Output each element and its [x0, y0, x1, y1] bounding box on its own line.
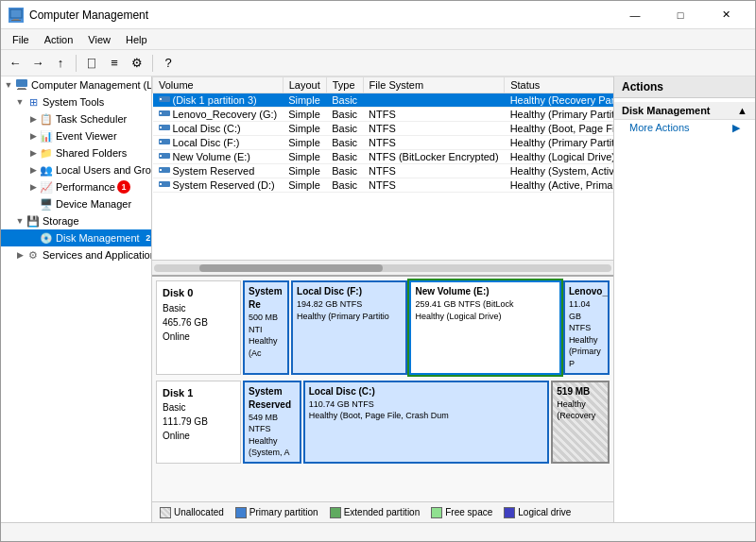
- cell-layout: Simple: [283, 178, 326, 193]
- col-status[interactable]: Status: [505, 77, 613, 93]
- d0p2-status: Healthy (Primary Partitio: [297, 311, 402, 323]
- tree-local-users[interactable]: ▶ 👥 Local Users and Groups: [1, 161, 151, 178]
- task-scheduler-label: Task Scheduler: [56, 113, 127, 125]
- tree-root[interactable]: ▼ Computer Management (Loca: [1, 76, 151, 93]
- d0p3-size: 259.41 GB NTFS (BitLock: [415, 298, 555, 311]
- cell-type: Basic: [326, 122, 363, 136]
- cell-fs: NTFS: [363, 122, 505, 136]
- disk1-status: Online: [163, 429, 234, 443]
- toolbar-back[interactable]: ←: [5, 53, 26, 74]
- col-layout[interactable]: Layout: [283, 77, 326, 93]
- title-bar: Computer Management — □ ✕: [1, 1, 755, 29]
- performance-icon: 📈: [39, 179, 54, 195]
- disk1-type: Basic: [163, 400, 234, 415]
- cell-status: Healthy (Logical Drive): [505, 150, 613, 164]
- storage-icon: 💾: [26, 213, 41, 229]
- cell-type: Basic: [326, 150, 363, 164]
- toolbar-up[interactable]: ↑: [50, 53, 71, 74]
- svg-rect-19: [160, 183, 162, 185]
- disk0-type: Basic: [163, 301, 234, 315]
- menu-file[interactable]: File: [5, 32, 37, 47]
- disk1-name: Disk 1: [163, 385, 234, 401]
- d1p3-status: Healthy (Recovery: [557, 398, 604, 422]
- table-container[interactable]: Volume Layout Type File System Status (D…: [152, 76, 613, 260]
- table-row[interactable]: System Reserved Simple Basic NTFS Health…: [153, 164, 614, 178]
- table-row[interactable]: Local Disc (F:) Simple Basic NTFS Health…: [153, 136, 614, 150]
- disk1-partitions: System Reserved 549 MB NTFS Healthy (Sys…: [243, 381, 610, 464]
- d1p2-size: 110.74 GB NTFS: [309, 398, 544, 411]
- actions-section: Disk Management ▲ More Actions ▶: [614, 98, 755, 139]
- disk0-partition4[interactable]: Lenovo_Recovery 11.04 GB NTFS Healthy (P…: [563, 280, 610, 375]
- menu-help[interactable]: Help: [118, 32, 155, 47]
- disk0-partition2[interactable]: Local Disc (F:) 194.82 GB NTFS Healthy (…: [291, 280, 407, 375]
- tree-storage[interactable]: ▼ 💾 Storage: [1, 212, 151, 229]
- actions-section-title[interactable]: Disk Management ▲: [614, 102, 755, 120]
- unallocated-swatch: [160, 507, 171, 518]
- cell-type: Basic: [326, 136, 363, 150]
- disk1-label: Disk 1 Basic 111.79 GB Online: [156, 381, 241, 464]
- table-row[interactable]: New Volume (E:) Simple Basic NTFS (BitLo…: [153, 150, 614, 164]
- cell-fs: NTFS: [363, 178, 505, 193]
- disk0-partition1[interactable]: System Re 500 MB NTI Healthy (Ac: [243, 280, 289, 375]
- cell-fs: [363, 93, 505, 108]
- cell-layout: Simple: [283, 108, 326, 122]
- menu-action[interactable]: Action: [37, 32, 81, 47]
- toolbar-forward[interactable]: →: [27, 53, 48, 74]
- scrollbar-thumb: [199, 264, 383, 272]
- action-more-label: More Actions: [629, 122, 690, 133]
- window-controls: — □ ✕: [613, 1, 747, 29]
- toolbar-show[interactable]: ⎕: [81, 53, 102, 74]
- primary-label: Primary partition: [249, 507, 318, 517]
- tree-task-scheduler[interactable]: ▶ 📋 Task Scheduler: [1, 110, 151, 127]
- d1p3-name: 519 MB: [557, 385, 604, 398]
- tree-shared-folders[interactable]: ▶ 📁 Shared Folders: [1, 144, 151, 161]
- tree-services[interactable]: ▶ ⚙ Services and Applications: [1, 246, 151, 263]
- toolbar-list[interactable]: ≡: [104, 53, 125, 74]
- close-button[interactable]: ✕: [704, 1, 747, 29]
- disk0-partition3[interactable]: New Volume (E:) 259.41 GB NTFS (BitLock …: [409, 280, 560, 375]
- system-tools-label: System Tools: [43, 96, 104, 108]
- cell-layout: Simple: [283, 164, 326, 178]
- action-more[interactable]: More Actions ▶: [614, 120, 755, 135]
- svg-rect-4: [18, 88, 26, 89]
- cell-status: Healthy (Active, Primary Partition): [505, 178, 613, 193]
- disk1-partition3[interactable]: 519 MB Healthy (Recovery: [551, 381, 610, 464]
- table-row[interactable]: (Disk 1 partition 3) Simple Basic Health…: [153, 93, 614, 108]
- col-type[interactable]: Type: [326, 77, 363, 93]
- cell-status: Healthy (Primary Partition): [505, 136, 613, 150]
- cell-volume: System Reserved (D:): [153, 178, 284, 193]
- storage-toggle: ▼: [14, 216, 26, 226]
- primary-swatch: [235, 507, 247, 518]
- toolbar-settings[interactable]: ⚙: [127, 53, 147, 74]
- table-scrollbar[interactable]: [152, 260, 613, 275]
- tree-system-tools[interactable]: ▼ ⊞ System Tools: [1, 93, 151, 110]
- d1p1-size: 549 MB NTFS: [249, 412, 296, 435]
- svg-rect-5: [17, 89, 26, 90]
- col-volume[interactable]: Volume: [153, 77, 284, 93]
- tree-event-viewer[interactable]: ▶ 📊 Event Viewer: [1, 127, 151, 144]
- disk0-row: Disk 0 Basic 465.76 GB Online System Re …: [156, 280, 610, 375]
- tree-root-toggle: ▼: [3, 80, 14, 90]
- menu-view[interactable]: View: [80, 32, 118, 47]
- toolbar-help[interactable]: ?: [158, 53, 179, 74]
- d0p4-status: Healthy (Primary P: [569, 334, 604, 370]
- tree-device-manager[interactable]: 🖥️ Device Manager: [1, 195, 151, 212]
- tree-disk-management[interactable]: 💿 Disk Management 2: [1, 229, 151, 246]
- table-row[interactable]: Local Disc (C:) Simple Basic NTFS Health…: [153, 122, 614, 136]
- disk1-partition1[interactable]: System Reserved 549 MB NTFS Healthy (Sys…: [243, 381, 301, 464]
- minimize-button[interactable]: —: [613, 1, 657, 29]
- tree-performance[interactable]: ▶ 📈 Performance 1: [1, 178, 151, 195]
- table-row[interactable]: System Reserved (D:) Simple Basic NTFS H…: [153, 178, 614, 193]
- main-area: ▼ Computer Management (Loca ▼ ⊞ System T…: [1, 76, 755, 522]
- cell-fs: NTFS: [363, 108, 505, 122]
- local-users-label: Local Users and Groups: [56, 164, 151, 176]
- content-area: Volume Layout Type File System Status (D…: [152, 76, 613, 522]
- col-fs[interactable]: File System: [363, 77, 505, 93]
- cell-type: Basic: [326, 164, 363, 178]
- table-row[interactable]: Lenovo_Recovery (G:) Simple Basic NTFS H…: [153, 108, 614, 122]
- cell-type: Basic: [326, 108, 363, 122]
- disk1-partition2[interactable]: Local Disc (C:) 110.74 GB NTFS Healthy (…: [303, 381, 550, 464]
- maximize-button[interactable]: □: [659, 1, 702, 29]
- action-more-arrow: ▶: [732, 122, 740, 134]
- logical-swatch: [504, 507, 515, 518]
